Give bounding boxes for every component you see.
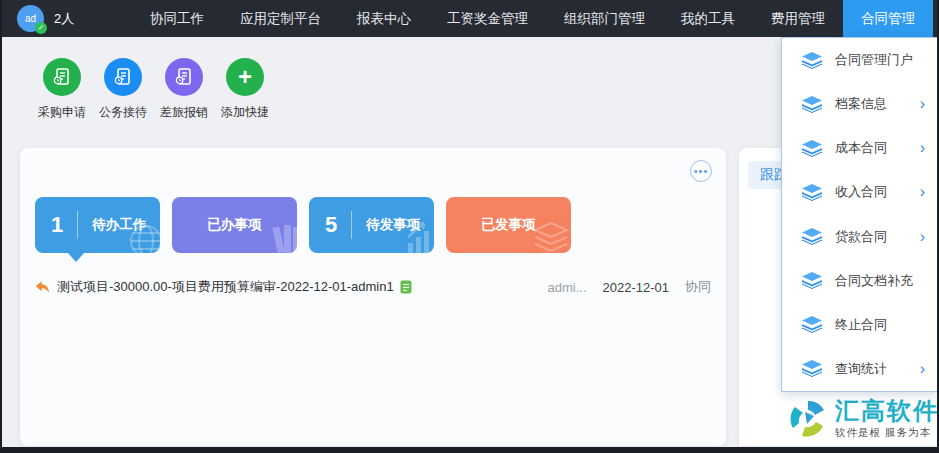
- todo-date: 2022-12-01: [603, 280, 670, 295]
- menu-item-query-statistics[interactable]: 查询统计 ›: [782, 347, 937, 391]
- todo-sender: admi...: [547, 280, 586, 295]
- layers-icon: [802, 96, 822, 113]
- online-check-icon: ✓: [35, 22, 47, 34]
- plus-icon: +: [226, 58, 264, 96]
- stat-cards-row: 1 待办工作 已办事项 5 待发事项 已发事项: [35, 197, 571, 253]
- form-icon: [165, 58, 203, 96]
- menu-item-contract-portal[interactable]: 合同管理门户: [782, 38, 937, 82]
- quick-action-label: 差旅报销: [160, 104, 208, 121]
- quick-action-travel-expense[interactable]: 差旅报销: [160, 58, 208, 121]
- layers-icon: [802, 228, 822, 245]
- divider: [351, 211, 352, 239]
- quick-action-purchase-request[interactable]: 采购申请: [38, 58, 86, 121]
- stat-value: 5: [325, 212, 337, 238]
- selected-card-pointer: [68, 253, 84, 262]
- nav-item-my-tools[interactable]: 我的工具: [663, 0, 753, 37]
- quick-action-add-shortcut[interactable]: + 添加快捷: [221, 58, 269, 121]
- vendor-logo: 汇高软件 软件是根 服务为本: [785, 396, 939, 442]
- avatar[interactable]: ad ✓: [17, 5, 44, 32]
- quick-action-label: 添加快捷: [221, 104, 269, 121]
- more-options-icon[interactable]: •••: [690, 160, 712, 182]
- todo-meta: admi... 2022-12-01 协同: [547, 278, 711, 296]
- chevron-right-icon: ›: [920, 96, 925, 112]
- chevron-right-icon: ›: [920, 361, 925, 377]
- green-document-icon[interactable]: [400, 280, 412, 294]
- window-bottom-edge: [2, 447, 937, 453]
- stat-card-sent-items[interactable]: 已发事项: [446, 197, 571, 253]
- nav-item-salary-mgmt[interactable]: 工资奖金管理: [429, 0, 546, 37]
- layers-icon: [802, 140, 822, 157]
- menu-item-terminate-contract[interactable]: 终止合同: [782, 303, 937, 347]
- quick-action-label: 公务接待: [99, 104, 147, 121]
- avatar-initials: ad: [25, 13, 36, 24]
- nav-item-contract-mgmt[interactable]: 合同管理: [843, 0, 933, 37]
- todo-tag: 协同: [685, 278, 711, 296]
- menu-item-archive-info[interactable]: 档案信息 ›: [782, 82, 937, 126]
- chevron-right-icon: ›: [920, 140, 925, 156]
- nav-item-org-dept-mgmt[interactable]: 组织部门管理: [546, 0, 663, 37]
- user-area[interactable]: ad ✓ 2人: [17, 5, 132, 32]
- workspace-card: ••• 1 待办工作 已办事项 5 待发事项 已发事项: [20, 148, 726, 446]
- books-icon: [257, 215, 297, 253]
- nav-menu: 协同工作 应用定制平台 报表中心 工资奖金管理 组织部门管理 我的工具 费用管理…: [132, 0, 933, 37]
- nav-item-report-center[interactable]: 报表中心: [339, 0, 429, 37]
- chart-icon: [394, 215, 434, 253]
- top-navigation-bar: ad ✓ 2人 协同工作 应用定制平台 报表中心 工资奖金管理 组织部门管理 我…: [2, 0, 937, 37]
- nav-item-app-platform[interactable]: 应用定制平台: [222, 0, 339, 37]
- stat-card-done-items[interactable]: 已办事项: [172, 197, 297, 253]
- menu-item-cost-contract[interactable]: 成本合同 ›: [782, 126, 937, 170]
- layers-icon: [802, 272, 822, 289]
- stat-card-pending-send[interactable]: 5 待发事项: [309, 197, 434, 253]
- logo-text: 汇高软件 软件是根 服务为本: [835, 398, 939, 439]
- layers-icon: [802, 316, 822, 333]
- quick-action-official-reception[interactable]: 公务接待: [99, 58, 147, 121]
- layers-icon: [802, 360, 822, 377]
- nav-item-expense-mgmt[interactable]: 费用管理: [753, 0, 843, 37]
- layers-icon: [802, 184, 822, 201]
- chevron-right-icon: ›: [920, 229, 925, 245]
- chevron-right-icon: ›: [920, 184, 925, 200]
- menu-item-income-contract[interactable]: 收入合同 ›: [782, 170, 937, 214]
- menu-item-contract-doc-supplement[interactable]: 合同文档补充: [782, 259, 937, 303]
- layers-icon: [802, 52, 822, 69]
- quick-action-label: 采购申请: [38, 104, 86, 121]
- stat-value: 1: [51, 212, 63, 238]
- app-window: ad ✓ 2人 协同工作 应用定制平台 报表中心 工资奖金管理 组织部门管理 我…: [0, 0, 939, 453]
- menu-item-loan-contract[interactable]: 贷款合同 ›: [782, 215, 937, 259]
- quick-actions-row: 采购申请 公务接待 差旅报销 + 添加快捷: [38, 58, 269, 121]
- todo-list-item[interactable]: 测试项目-30000.00-项目费用预算编审-2022-12-01-admin1…: [35, 276, 711, 298]
- form-icon: [104, 58, 142, 96]
- logo-name: 汇高软件: [835, 398, 939, 424]
- stat-card-todo-work[interactable]: 1 待办工作: [35, 197, 160, 253]
- nav-item-collaboration[interactable]: 协同工作: [132, 0, 222, 37]
- divider: [77, 211, 78, 239]
- layers-icon: [527, 215, 571, 253]
- user-count-label: 2人: [54, 10, 74, 28]
- reply-arrow-icon: [35, 280, 50, 294]
- contract-menu-dropdown: 合同管理门户 档案信息 › 成本合同 › 收入合同 › 贷款合同 › 合同文档补…: [781, 37, 938, 392]
- logo-mark-icon: [785, 396, 831, 442]
- todo-title: 测试项目-30000.00-项目费用预算编审-2022-12-01-admin1: [57, 278, 394, 296]
- form-icon: [43, 58, 81, 96]
- logo-tagline: 软件是根 服务为本: [835, 426, 939, 440]
- globe-icon: [120, 215, 160, 253]
